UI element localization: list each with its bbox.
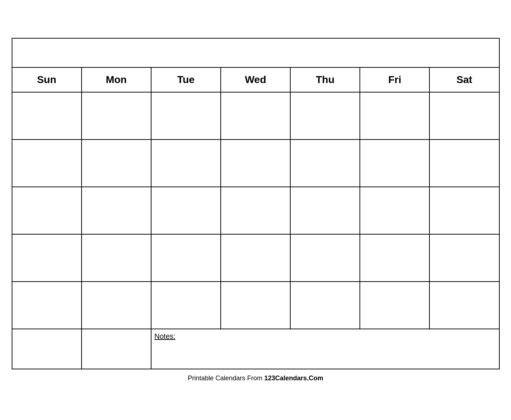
day-cell[interactable] bbox=[151, 140, 221, 187]
day-cell[interactable] bbox=[12, 187, 82, 234]
day-cell[interactable] bbox=[151, 92, 221, 140]
day-cell[interactable] bbox=[82, 282, 151, 329]
day-cell[interactable] bbox=[151, 187, 221, 234]
day-cell[interactable] bbox=[360, 234, 429, 282]
day-cell[interactable] bbox=[221, 234, 290, 282]
notes-day-sun[interactable] bbox=[12, 329, 82, 369]
header-thu: Thu bbox=[290, 67, 360, 92]
day-cell[interactable] bbox=[82, 234, 151, 282]
day-cell[interactable] bbox=[290, 187, 360, 234]
week-row-2 bbox=[12, 140, 499, 187]
title-row bbox=[12, 38, 499, 67]
day-cell[interactable] bbox=[82, 187, 151, 234]
day-cell[interactable] bbox=[12, 234, 82, 282]
calendar-container: Sun Mon Tue Wed Thu Fri Sat bbox=[12, 38, 500, 382]
day-cell[interactable] bbox=[221, 187, 290, 234]
day-cell[interactable] bbox=[429, 92, 499, 140]
day-cell[interactable] bbox=[360, 282, 429, 329]
day-cell[interactable] bbox=[151, 282, 221, 329]
footer-text-bold: 123Calendars.Com bbox=[264, 374, 323, 382]
header-fri: Fri bbox=[360, 67, 429, 92]
day-cell[interactable] bbox=[82, 140, 151, 187]
week-row-1 bbox=[12, 92, 499, 140]
day-cell[interactable] bbox=[151, 234, 221, 282]
header-row: Sun Mon Tue Wed Thu Fri Sat bbox=[12, 67, 499, 92]
day-cell[interactable] bbox=[290, 282, 360, 329]
header-wed: Wed bbox=[221, 67, 290, 92]
calendar-title bbox=[12, 38, 499, 67]
week-row-3 bbox=[12, 187, 499, 234]
day-cell[interactable] bbox=[429, 140, 499, 187]
day-cell[interactable] bbox=[221, 92, 290, 140]
header-mon: Mon bbox=[82, 67, 151, 92]
day-cell[interactable] bbox=[360, 187, 429, 234]
day-cell[interactable] bbox=[360, 92, 429, 140]
day-cell[interactable] bbox=[12, 140, 82, 187]
header-sun: Sun bbox=[12, 67, 82, 92]
day-cell[interactable] bbox=[429, 234, 499, 282]
day-cell[interactable] bbox=[221, 140, 290, 187]
footer-text-normal: Printable Calendars From bbox=[188, 374, 264, 382]
day-cell[interactable] bbox=[290, 92, 360, 140]
calendar-table: Sun Mon Tue Wed Thu Fri Sat bbox=[12, 38, 500, 369]
footer: Printable Calendars From 123Calendars.Co… bbox=[12, 374, 500, 382]
notes-day-mon[interactable] bbox=[82, 329, 151, 369]
week-row-5 bbox=[12, 282, 499, 329]
day-cell[interactable] bbox=[290, 234, 360, 282]
week-row-4 bbox=[12, 234, 499, 282]
day-cell[interactable] bbox=[429, 187, 499, 234]
day-cell[interactable] bbox=[12, 92, 82, 140]
day-cell[interactable] bbox=[221, 282, 290, 329]
notes-row: Notes: bbox=[12, 329, 499, 369]
day-cell[interactable] bbox=[12, 282, 82, 329]
day-cell[interactable] bbox=[290, 140, 360, 187]
day-cell[interactable] bbox=[82, 92, 151, 140]
header-sat: Sat bbox=[429, 67, 499, 92]
header-tue: Tue bbox=[151, 67, 221, 92]
notes-label: Notes: bbox=[154, 332, 176, 340]
day-cell[interactable] bbox=[429, 282, 499, 329]
notes-section[interactable]: Notes: bbox=[151, 329, 499, 369]
day-cell[interactable] bbox=[360, 140, 429, 187]
